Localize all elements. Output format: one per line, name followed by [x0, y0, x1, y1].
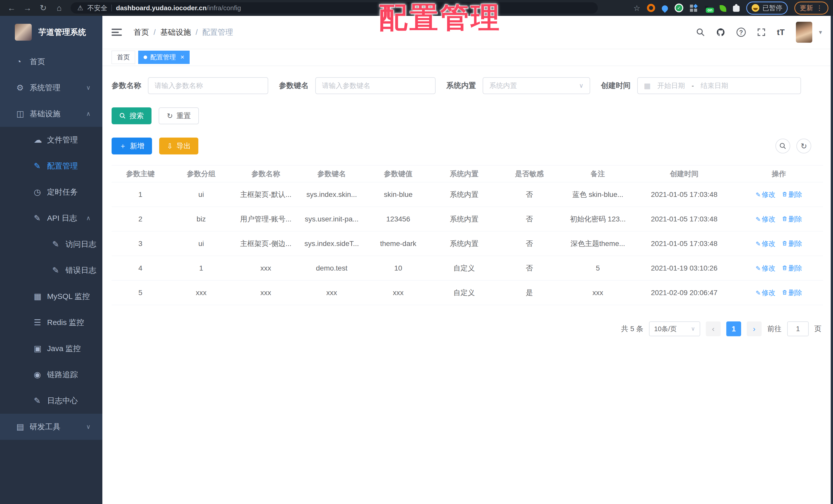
sidebar-item-dev-tools[interactable]: ▤ 研发工具 ∨	[0, 414, 102, 440]
table-cell-created: 2021-01-05 17:03:48	[634, 182, 735, 207]
sidebar-item-file[interactable]: ☁ 文件管理	[0, 127, 102, 153]
next-page-button[interactable]: ›	[747, 322, 762, 336]
font-size-icon[interactable]: tT	[777, 28, 785, 37]
extension-grid-icon[interactable]	[690, 4, 698, 12]
table-cell-group: biz	[169, 207, 233, 231]
search-icon[interactable]	[696, 28, 705, 36]
col-id: 参数主键	[112, 166, 169, 182]
table-cell-remark: 深色主题theme...	[562, 231, 634, 256]
edit-link[interactable]: ✎修改	[756, 191, 776, 198]
edit-link[interactable]: ✎修改	[756, 264, 776, 272]
goto-page-input[interactable]	[787, 322, 809, 336]
table-cell-id: 4	[112, 256, 169, 280]
table-cell-group: ui	[169, 231, 233, 256]
table-cell-sensitive: 否	[497, 182, 562, 207]
table-cell-value: xxx	[365, 280, 431, 305]
browser-back-icon[interactable]: ←	[5, 0, 19, 16]
table-actions: ＋ 新增 ⇩ 导出 ↻	[112, 137, 823, 154]
prev-page-button[interactable]: ‹	[706, 322, 721, 336]
user-avatar[interactable]	[796, 22, 812, 43]
toggle-search-button[interactable]	[776, 138, 790, 153]
filter-date-label: 创建时间	[601, 80, 630, 91]
help-icon[interactable]: ?	[737, 28, 746, 37]
hamburger-icon[interactable]	[112, 27, 123, 37]
delete-link[interactable]: 删除	[782, 264, 802, 272]
table-cell-remark: 初始化密码 123...	[562, 207, 634, 231]
paused-badge[interactable]: 已暂停	[746, 2, 788, 15]
extensions-puzzle-icon[interactable]	[733, 6, 740, 12]
breadcrumb-home[interactable]: 首页	[134, 27, 149, 37]
filter-name-label: 参数名称	[112, 80, 141, 91]
table-cell-created: 2021-01-05 17:03:48	[634, 207, 735, 231]
page-size-select[interactable]: 10条/页 ∨	[649, 322, 700, 336]
log-icon: ✎	[52, 266, 66, 275]
sidebar-item-job[interactable]: ◷ 定时任务	[0, 179, 102, 205]
delete-link[interactable]: 删除	[782, 191, 802, 198]
timer-icon: ◷	[34, 187, 47, 197]
extension-green-check-icon[interactable]	[674, 4, 683, 12]
pencil-icon: ✎	[756, 265, 761, 272]
table-cell-group: 1	[169, 256, 233, 280]
sidebar-item-system[interactable]: ⚙ 系统管理 ∨	[0, 75, 102, 101]
breadcrumb-infra[interactable]: 基础设施	[160, 27, 191, 37]
browser-home-icon[interactable]: ⌂	[52, 0, 66, 16]
tab-config[interactable]: 配置管理 ×	[138, 51, 190, 64]
sidebar-item-mysql[interactable]: ▦ MySQL 监控	[0, 283, 102, 309]
col-key: 参数键名	[299, 166, 365, 182]
browser-update-button[interactable]: 更新 ⋮	[794, 2, 828, 15]
table-cell-id: 5	[112, 280, 169, 305]
close-icon[interactable]: ×	[181, 53, 184, 61]
url-divider	[111, 5, 112, 11]
sidebar-item-api-log[interactable]: ✎ API 日志 ∧	[0, 205, 102, 231]
edit-link[interactable]: ✎修改	[756, 215, 776, 223]
sidebar-item-java[interactable]: ▣ Java 监控	[0, 335, 102, 361]
delete-link[interactable]: 删除	[782, 289, 802, 297]
browser-reload-icon[interactable]: ↻	[36, 0, 50, 16]
sidebar-item-error-log[interactable]: ✎ 错误日志	[0, 257, 102, 283]
github-icon[interactable]	[716, 28, 725, 37]
table-header-row: 参数主键 参数分组 参数名称 参数键名 参数键值 系统内置 是否敏感 备注 创建…	[112, 166, 823, 182]
sidebar-item-log-center[interactable]: ✎ 日志中心	[0, 388, 102, 414]
param-key-input[interactable]: 请输入参数键名	[315, 77, 435, 94]
pencil-icon: ✎	[756, 216, 761, 223]
edit-link[interactable]: ✎修改	[756, 240, 776, 248]
builtin-type-select[interactable]: 系统内置 ∨	[483, 77, 590, 94]
sidebar-item-config[interactable]: ✎ 配置管理	[0, 153, 102, 179]
extension-leaf-icon[interactable]	[720, 5, 726, 12]
reset-button[interactable]: ↻ 重置	[159, 107, 199, 124]
fullscreen-icon[interactable]	[757, 28, 766, 36]
param-name-input[interactable]: 请输入参数名称	[148, 77, 268, 94]
sidebar-item-redis[interactable]: ☰ Redis 监控	[0, 309, 102, 335]
browser-forward-icon[interactable]: →	[21, 0, 34, 16]
pagination: 共 5 条 10条/页 ∨ ‹ 1 › 前往 页	[112, 322, 823, 336]
export-button[interactable]: ⇩ 导出	[159, 137, 198, 154]
sidebar-item-infra[interactable]: ◫ 基础设施 ∧	[0, 101, 102, 127]
extension-on-badge-icon[interactable]: ≡on	[704, 4, 713, 12]
address-bar[interactable]: ⚠ 不安全 dashboard.yudao.iocoder.cn/infra/c…	[71, 2, 598, 14]
sidebar-item-access-log[interactable]: ✎ 访问日志	[0, 231, 102, 257]
browser-menu-icon[interactable]: ⋮	[816, 4, 823, 12]
extension-orange-ring-icon[interactable]	[647, 4, 655, 12]
pencil-icon: ✎	[756, 191, 761, 198]
bookmark-star-icon[interactable]: ☆	[634, 4, 640, 12]
date-range-picker[interactable]: ▦ 开始日期 - 结束日期	[637, 77, 801, 94]
col-group: 参数分组	[169, 166, 233, 182]
caret-down-icon[interactable]: ▾	[819, 29, 822, 36]
sidebar-item-home[interactable]: ◔ 首页	[0, 49, 102, 75]
sidebar-item-trace[interactable]: ◉ 链路追踪	[0, 361, 102, 388]
delete-link[interactable]: 删除	[782, 215, 802, 223]
delete-link[interactable]: 删除	[782, 240, 802, 248]
app-logo-row[interactable]: 芋道管理系统	[0, 16, 102, 49]
edit-link[interactable]: ✎修改	[756, 289, 776, 297]
refresh-table-button[interactable]: ↻	[796, 138, 811, 153]
trash-icon	[782, 289, 787, 296]
emoji-face-icon	[752, 4, 759, 12]
plus-icon: ＋	[119, 141, 126, 151]
search-button[interactable]: 搜索	[112, 107, 151, 124]
extension-pin-icon[interactable]	[661, 4, 669, 13]
col-builtin: 系统内置	[431, 166, 497, 182]
current-page-button[interactable]: 1	[726, 322, 741, 336]
add-button[interactable]: ＋ 新增	[112, 137, 152, 154]
table-cell-created: 2021-01-05 17:03:48	[634, 231, 735, 256]
tab-home[interactable]: 首页	[112, 51, 135, 64]
